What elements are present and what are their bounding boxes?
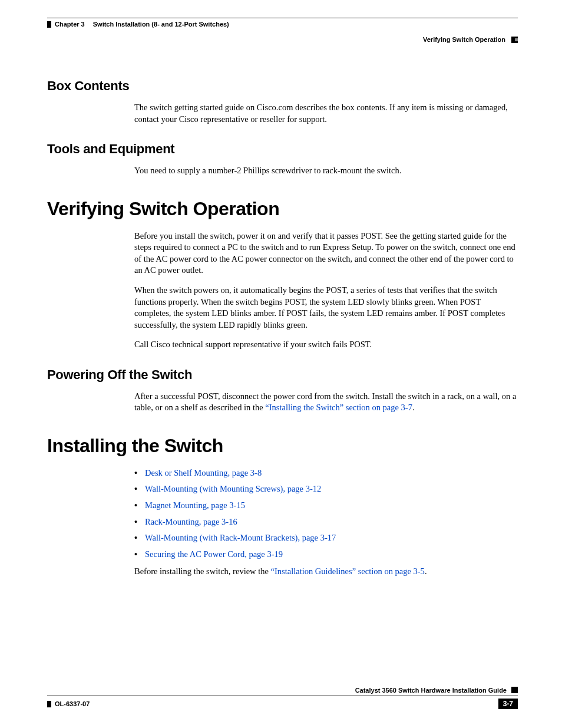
section-title: Verifying Switch Operation (423, 36, 505, 43)
page-header: Chapter 3 Switch Installation (8- and 12… (47, 21, 518, 36)
heading-verifying: Verifying Switch Operation (47, 198, 518, 220)
footer-left: OL-6337-07 (47, 700, 90, 707)
chapter-title: Switch Installation (8- and 12-Port Swit… (93, 21, 229, 28)
body-box-contents: The switch getting started guide on Cisc… (134, 102, 518, 125)
list-item: Desk or Shelf Mounting, page 3-8 (134, 467, 518, 479)
footer-top: Catalyst 3560 Switch Hardware Installati… (47, 687, 518, 696)
text: . (412, 403, 415, 412)
paragraph: Call Cisco technical support representat… (134, 339, 518, 351)
installing-toc-list: Desk or Shelf Mounting, page 3-8 Wall-Mo… (134, 467, 518, 560)
list-item: Securing the AC Power Cord, page 3-19 (134, 549, 518, 561)
paragraph: The switch getting started guide on Cisc… (134, 102, 518, 125)
footer-bottom: OL-6337-07 3-7 (47, 696, 518, 709)
paragraph: When the switch powers on, it automatica… (134, 285, 518, 331)
list-item: Wall-Mounting (with Mounting Screws), pa… (134, 483, 518, 495)
cross-ref-link[interactable]: “Installing the Switch” section on page … (265, 403, 412, 412)
heading-powering-off: Powering Off the Switch (47, 367, 518, 383)
paragraph: You need to supply a number-2 Phillips s… (134, 165, 518, 177)
cross-ref-link[interactable]: Desk or Shelf Mounting, page 3-8 (145, 468, 262, 477)
cross-ref-link[interactable]: Securing the AC Power Cord, page 3-19 (145, 549, 283, 559)
list-item: Magnet Mounting, page 3-15 (134, 500, 518, 512)
chapter-label: Chapter 3 (55, 21, 85, 28)
heading-box-contents: Box Contents (47, 78, 518, 94)
doc-number: OL-6337-07 (55, 700, 90, 707)
list-item: Wall-Mounting (with Rack-Mount Brackets)… (134, 532, 518, 544)
cross-ref-link[interactable]: “Installation Guidelines” section on pag… (271, 566, 425, 576)
body-powering-off: After a successful POST, disconnect the … (134, 391, 518, 414)
header-rule (47, 18, 518, 18)
paragraph: Before you install the switch, power it … (134, 230, 518, 276)
page-container: Chapter 3 Switch Installation (8- and 12… (0, 0, 562, 728)
text: . (425, 566, 427, 576)
body-verifying: Before you install the switch, power it … (134, 230, 518, 351)
page-subheader: Verifying Switch Operation (47, 36, 518, 43)
body-installing-after: Before installing the switch, review the… (134, 566, 518, 578)
page-footer: Catalyst 3560 Switch Hardware Installati… (47, 687, 518, 709)
body-tools: You need to supply a number-2 Phillips s… (134, 165, 518, 177)
chapter-marker-icon (47, 21, 51, 28)
paragraph: Before installing the switch, review the… (134, 566, 518, 578)
list-item: Rack-Mounting, page 3-16 (134, 516, 518, 528)
page-number: 3-7 (498, 699, 518, 709)
cross-ref-link[interactable]: Wall-Mounting (with Mounting Screws), pa… (145, 484, 321, 493)
cross-ref-link[interactable]: Magnet Mounting, page 3-15 (145, 500, 245, 510)
paragraph: After a successful POST, disconnect the … (134, 391, 518, 414)
heading-tools: Tools and Equipment (47, 141, 518, 157)
text: Before installing the switch, review the (134, 566, 271, 576)
footer-left-marker-icon (47, 701, 51, 707)
cross-ref-link[interactable]: Rack-Mounting, page 3-16 (145, 517, 237, 526)
guide-title: Catalyst 3560 Switch Hardware Installati… (355, 687, 507, 694)
heading-installing: Installing the Switch (47, 435, 518, 457)
cross-ref-link[interactable]: Wall-Mounting (with Rack-Mount Brackets)… (145, 533, 336, 542)
footer-marker-icon (511, 687, 518, 693)
section-marker-icon (511, 37, 518, 43)
